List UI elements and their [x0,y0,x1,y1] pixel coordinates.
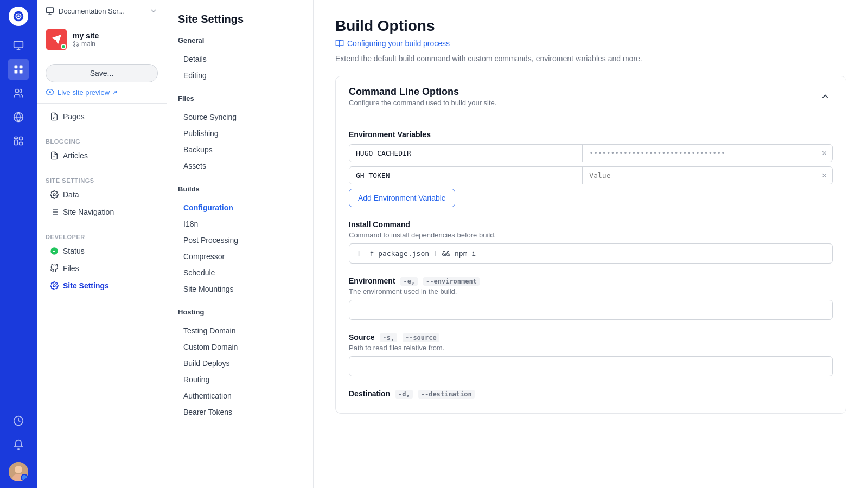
settings-item-bearer-tokens[interactable]: Bearer Tokens [178,404,302,420]
env-var-delete-2[interactable]: × [816,167,832,184]
settings-group-builds: Builds Configuration I18n Post Processin… [178,185,302,297]
svg-rect-3 [14,42,23,48]
add-env-variable-button[interactable]: Add Environment Variable [349,189,455,207]
logo-icon [12,10,24,22]
install-command-label: Install Command [349,220,833,229]
card-header: Command Line Options Configure the comma… [336,76,846,117]
svg-point-16 [15,466,22,473]
settings-item-site-mountings[interactable]: Site Mountings [178,281,302,297]
settings-item-details[interactable]: Details [178,51,302,67]
svg-rect-18 [46,8,53,12]
github-icon [50,264,59,273]
settings-group-general: General Details Editing [178,36,302,84]
settings-item-compressor[interactable]: Compressor [178,248,302,265]
settings-item-backups[interactable]: Backups [178,142,302,158]
nav-item-articles[interactable]: Articles [41,147,162,164]
settings-item-routing[interactable]: Routing [178,371,302,388]
settings-item-configuration[interactable]: Configuration [178,200,302,216]
app-logo[interactable] [9,7,28,26]
nav-section-site-settings: Site Settings Data Site Navigation [37,169,167,225]
settings-item-i18n[interactable]: I18n [178,216,302,232]
nav-item-status[interactable]: Status [41,242,162,260]
source-meta2: --source [403,333,439,342]
online-dot [61,44,66,49]
articles-icon [50,151,59,160]
settings-item-schedule[interactable]: Schedule [178,265,302,281]
settings-group-hosting: Hosting Testing Domain Custom Domain Bui… [178,308,302,420]
env-var-delete-1[interactable]: × [816,145,832,162]
card-body: Environment Variables × × Add Environmen… [336,117,846,413]
group-label-files: Files [178,94,302,105]
collapse-button[interactable] [818,89,833,104]
source-input[interactable] [349,356,833,376]
data-gear-icon [50,190,59,199]
svg-point-2 [17,15,20,17]
branch-label: main [81,40,95,48]
nav-item-pages[interactable]: Pages [41,108,162,125]
svg-point-8 [15,89,19,93]
svg-rect-6 [15,70,18,74]
nav-item-site-navigation[interactable]: Site Navigation [41,203,162,221]
settings-item-build-deploys[interactable]: Build Deploys [178,355,302,371]
source-desc: Path to read files relative from. [349,344,833,352]
nav-item-data[interactable]: Data [41,186,162,203]
settings-item-source-syncing[interactable]: Source Syncing [178,109,302,125]
install-command-desc: Command to install dependencies before b… [349,231,833,239]
user-avatar[interactable] [9,462,28,481]
env-var-key-2[interactable] [349,167,582,184]
chevron-down-icon [149,7,158,15]
group-label-hosting: Hosting [178,308,302,318]
environment-desc: The environment used in the build. [349,287,833,296]
nav-item-site-settings-active[interactable]: Site Settings [41,277,162,294]
link-text: Configuring your build process [347,39,450,48]
settings-item-editing[interactable]: Editing [178,67,302,84]
svg-rect-13 [20,142,23,145]
env-var-key-1[interactable] [349,145,582,162]
live-preview-link[interactable]: Live site preview ↗ [46,88,158,97]
env-var-value-2[interactable] [583,167,815,184]
main-content: Build Options Configuring your build pro… [314,0,868,488]
svg-point-20 [74,42,75,43]
site-logo [46,29,67,50]
rail-grid-icon[interactable] [8,59,29,80]
source-section: Source -s, --source Path to read files r… [349,333,833,376]
settings-item-testing-domain[interactable]: Testing Domain [178,323,302,339]
site-settings-section-label: Site Settings [37,173,167,186]
nav-label-site-settings: Site Settings [63,281,109,290]
environment-meta2: --environment [423,277,480,286]
nav-item-files[interactable]: Files [41,260,162,277]
nav-label-data: Data [63,190,79,199]
install-command-input[interactable] [349,243,833,264]
svg-rect-4 [15,66,18,69]
rail-bell-icon[interactable] [8,434,29,455]
rail-dashboard-icon[interactable] [8,130,29,152]
developer-label: Developer [37,229,167,242]
settings-item-custom-domain[interactable]: Custom Domain [178,339,302,355]
rail-history-icon[interactable] [8,410,29,432]
settings-panel: Site Settings General Details Editing Fi… [167,0,314,488]
pages-icon [50,112,59,121]
environment-input[interactable] [349,300,833,320]
settings-item-authentication[interactable]: Authentication [178,388,302,404]
svg-rect-7 [20,70,23,74]
rail-monitor-icon[interactable] [8,35,29,56]
env-var-value-1[interactable] [583,145,815,162]
save-button[interactable]: Save... [46,64,158,82]
site-branch: main [73,40,99,48]
left-panel: Documentation Scr... my site main Save..… [37,0,167,488]
settings-item-post-processing[interactable]: Post Processing [178,232,302,248]
monitor-icon [46,7,54,15]
workspace-selector[interactable]: Documentation Scr... [37,0,167,22]
group-label-general: General [178,36,302,47]
site-settings-gear-icon [50,281,59,290]
svg-point-34 [53,285,55,287]
settings-item-publishing[interactable]: Publishing [178,125,302,142]
nav-label-pages: Pages [63,112,85,121]
rail-globe-icon[interactable] [8,106,29,128]
settings-item-assets[interactable]: Assets [178,158,302,174]
env-var-row-1: × [349,144,833,162]
configuring-link[interactable]: Configuring your build process [335,39,846,48]
blogging-label: Blogging [37,134,167,147]
rail-users-icon[interactable] [8,82,29,104]
nav-label-site-navigation: Site Navigation [63,208,114,216]
